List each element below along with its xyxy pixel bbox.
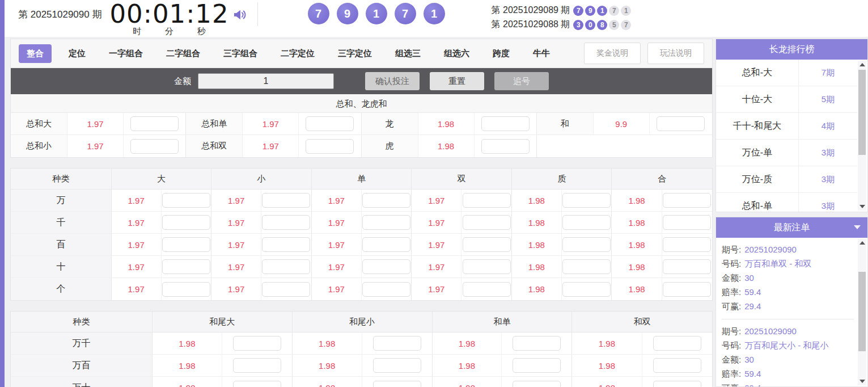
bet-amount-input[interactable] <box>362 282 410 297</box>
tab-整合[interactable]: 整合 <box>19 44 52 63</box>
bet-amount-input[interactable] <box>362 193 410 208</box>
amount-input[interactable] <box>198 73 334 89</box>
scroll-up-icon[interactable] <box>858 239 866 247</box>
scrollbar-thumb[interactable] <box>858 272 866 351</box>
odds-cell: 1.97 <box>112 234 212 255</box>
bet-amount-input[interactable] <box>130 116 179 131</box>
bet-actions: 确认投注 重置 追号 <box>365 72 549 90</box>
bet-amount-input[interactable] <box>130 139 179 154</box>
bet-amount-input[interactable] <box>653 381 701 387</box>
bet-amount-input[interactable] <box>663 215 711 230</box>
odds-cell: 1.97 <box>211 212 312 233</box>
confirm-bet-button[interactable]: 确认投注 <box>365 72 420 90</box>
tab-定位[interactable]: 定位 <box>67 44 87 63</box>
order-win-line: 可赢:29.4 <box>722 299 854 313</box>
bet-amount-input[interactable] <box>162 282 210 297</box>
bet-amount-input[interactable] <box>362 237 410 252</box>
dragon-scrollbar[interactable] <box>858 61 866 211</box>
position-odds-table: 种类大小单双质合万1.971.971.971.971.981.98千1.971.… <box>10 168 713 301</box>
bet-odds-value: 1.97 <box>112 212 162 233</box>
rules-info-button[interactable]: 玩法说明 <box>647 43 704 64</box>
tab-组选六[interactable]: 组选六 <box>443 44 471 63</box>
bet-amount-input[interactable] <box>262 215 310 230</box>
tab-三字组合[interactable]: 三字组合 <box>222 44 259 63</box>
bet-amount-input[interactable] <box>463 282 511 297</box>
tab-一字组合[interactable]: 一字组合 <box>108 44 144 63</box>
bet-amount-input[interactable] <box>562 237 611 252</box>
bet-amount-input[interactable] <box>562 215 611 230</box>
prize-info-button[interactable]: 奖金说明 <box>584 43 641 64</box>
bet-amount-input[interactable] <box>373 381 421 387</box>
bet-amount-input[interactable] <box>373 336 421 351</box>
bet-amount-input[interactable] <box>262 193 310 208</box>
bet-amount-input[interactable] <box>463 237 511 252</box>
bet-amount-input[interactable] <box>362 259 410 274</box>
header-divider <box>257 2 258 26</box>
order-win-line: 可赢:29.4 <box>722 381 854 386</box>
bet-amount-input[interactable] <box>653 336 701 351</box>
bet-amount-input[interactable] <box>306 139 354 154</box>
bet-amount-input[interactable] <box>463 215 511 230</box>
bet-amount-input[interactable] <box>262 282 310 297</box>
reset-button[interactable]: 重置 <box>430 72 484 90</box>
bet-odds-value: 1.97 <box>312 256 362 277</box>
bet-amount-input[interactable] <box>513 381 561 387</box>
tab-组选三[interactable]: 组选三 <box>394 44 422 63</box>
bet-amount-input[interactable] <box>162 215 210 230</box>
bet-amount-input[interactable] <box>562 259 611 274</box>
bet-amount-input[interactable] <box>657 116 705 131</box>
speaker-icon[interactable] <box>232 7 248 25</box>
bet-amount-input[interactable] <box>513 336 561 351</box>
bet-amount-input[interactable] <box>233 336 281 351</box>
bet-amount-input[interactable] <box>162 259 210 274</box>
dragon-panel-header: 长龙排行榜 <box>716 39 867 60</box>
bet-amount-input[interactable] <box>373 358 421 373</box>
orders-panel-title: 最新注单 <box>774 222 810 234</box>
tab-三字定位[interactable]: 三字定位 <box>337 44 373 63</box>
tab-二字定位[interactable]: 二字定位 <box>280 44 316 63</box>
bet-amount-input[interactable] <box>562 193 611 208</box>
bet-amount-input[interactable] <box>562 282 611 297</box>
order-odds-line: 赔率:59.4 <box>722 367 854 381</box>
bet-amount-input[interactable] <box>663 259 711 274</box>
odds-cell: 1.98 <box>433 377 573 387</box>
bet-amount-input[interactable] <box>653 358 701 373</box>
order-field-value: 29.4 <box>744 301 761 311</box>
bet-amount-input[interactable] <box>513 358 561 373</box>
bet-amount-input[interactable] <box>162 237 210 252</box>
dragon-bet-type: 千十-和尾大 <box>716 113 799 139</box>
tab-牛牛[interactable]: 牛牛 <box>532 44 551 63</box>
scrollbar-thumb[interactable] <box>858 70 866 155</box>
bet-amount-input[interactable] <box>463 259 511 274</box>
tab-二字组合[interactable]: 二字组合 <box>165 44 201 63</box>
bet-option-label: 总和大 <box>11 113 67 134</box>
table-header-row: 种类和尾大和尾小和单和双 <box>11 312 712 333</box>
bet-amount-input[interactable] <box>663 193 711 208</box>
bet-amount-input[interactable] <box>162 193 210 208</box>
bet-amount-input[interactable] <box>306 116 354 131</box>
dragon-rank-row: 十位-大5期 <box>716 86 857 113</box>
bet-odds-value: 1.97 <box>312 234 362 255</box>
scroll-up-icon[interactable] <box>858 61 866 69</box>
bet-amount-input[interactable] <box>262 237 310 252</box>
order-field-value: 30 <box>744 355 754 364</box>
order-field-label: 可赢: <box>722 301 741 311</box>
scroll-down-icon[interactable] <box>858 203 866 211</box>
bet-amount-input[interactable] <box>481 116 530 131</box>
tab-跨度[interactable]: 跨度 <box>492 44 511 63</box>
collapse-caret-icon[interactable] <box>854 225 861 229</box>
bet-amount-input[interactable] <box>233 358 281 373</box>
bet-amount-input[interactable] <box>233 381 281 387</box>
bet-amount-input[interactable] <box>663 237 711 252</box>
bet-amount-input[interactable] <box>362 215 410 230</box>
scroll-down-icon[interactable] <box>858 377 866 385</box>
bet-amount-input[interactable] <box>481 139 530 154</box>
bet-amount-input[interactable] <box>463 193 511 208</box>
odds-cell: 1.98 <box>293 333 433 354</box>
bet-amount-input[interactable] <box>663 282 711 297</box>
bet-amount-input[interactable] <box>262 259 310 274</box>
help-buttons: 奖金说明 玩法说明 <box>584 43 704 64</box>
history-issue-label: 第 20251029088 期 <box>492 19 570 31</box>
chase-number-button[interactable]: 追号 <box>494 72 549 90</box>
orders-scrollbar[interactable] <box>858 239 866 385</box>
